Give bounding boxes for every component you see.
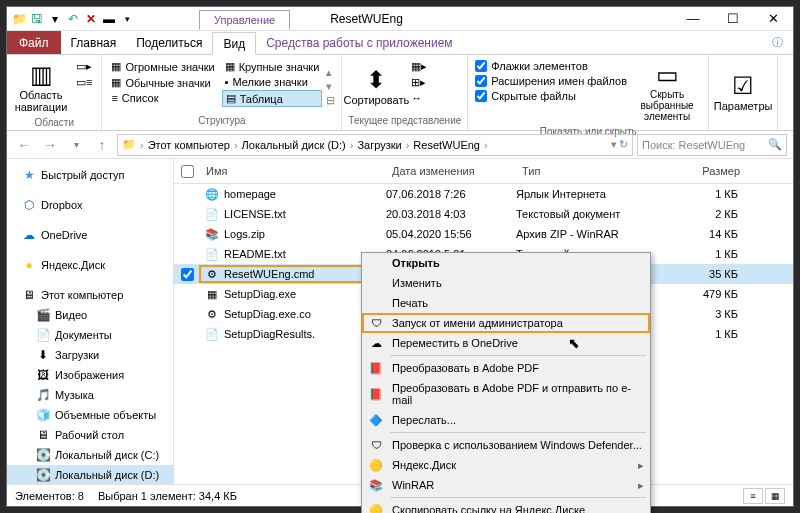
close-button[interactable]: ✕ — [753, 7, 793, 31]
scroll-down-icon[interactable]: ▾ — [326, 80, 335, 93]
details-view-button[interactable]: ≡ — [743, 488, 763, 504]
save-icon[interactable]: 🖫 — [29, 11, 45, 27]
col-size[interactable]: Размер — [656, 163, 746, 179]
context-menu: ОткрытьИзменитьПечать🛡Запуск от имени ад… — [361, 252, 651, 513]
search-box[interactable]: Поиск: ResetWUEng 🔍 — [637, 134, 787, 156]
file-row[interactable]: 📚Logs.zip05.04.2020 15:56Архив ZIP - Win… — [174, 224, 793, 244]
address-bar[interactable]: 📁 › Этот компьютер › Локальный диск (D:)… — [117, 134, 633, 156]
ctx-item[interactable]: Печать — [362, 293, 650, 313]
file-ext-checkbox[interactable]: Расширения имен файлов — [474, 74, 628, 88]
status-count: Элементов: 8 — [15, 490, 84, 502]
ctx-item[interactable]: 📚WinRAR▸ — [362, 475, 650, 495]
sidebar-onedrive[interactable]: ☁OneDrive — [7, 225, 173, 245]
crumb-disk[interactable]: Локальный диск (D:) — [242, 139, 346, 151]
expand-icon[interactable]: ⊟ — [326, 94, 335, 107]
preview-pane-button[interactable]: ▭▸ — [73, 59, 95, 74]
hidden-files-checkbox[interactable]: Скрытые файлы — [474, 89, 628, 103]
history-dropdown[interactable]: ▾ — [65, 134, 87, 156]
undo-icon[interactable]: ↶ — [65, 11, 81, 27]
huge-icons-option[interactable]: ▦Огромные значки — [108, 59, 217, 74]
file-icon: 📄 — [204, 246, 220, 262]
sidebar-documents[interactable]: 📄Документы — [7, 325, 173, 345]
ctx-item-label: Яндекс.Диск — [392, 459, 456, 471]
ctx-item[interactable]: 🟡Яндекс.Диск▸ — [362, 455, 650, 475]
sort-button[interactable]: ⬍ Сортировать — [348, 59, 404, 113]
sidebar-pictures[interactable]: 🖼Изображения — [7, 365, 173, 385]
small-icons-option[interactable]: ▪Мелкие значки — [222, 75, 323, 89]
sidebar-this-pc[interactable]: 🖥Этот компьютер — [7, 285, 173, 305]
management-tab[interactable]: Управление — [199, 10, 290, 30]
col-name[interactable]: Имя — [200, 163, 386, 179]
file-name: README.txt — [224, 248, 286, 260]
column-headers: Имя Дата изменения Тип Размер — [174, 159, 793, 184]
nav-panel-button[interactable]: ▥ Область навигации — [13, 59, 69, 115]
options-button[interactable]: ☑ Параметры — [715, 59, 771, 124]
sidebar-desktop[interactable]: 🖥Рабочий стол — [7, 425, 173, 445]
sidebar-music[interactable]: 🎵Музыка — [7, 385, 173, 405]
file-checkbox[interactable] — [181, 268, 194, 281]
group-by-button[interactable]: ▦▸ — [408, 59, 430, 74]
item-flags-checkbox[interactable]: Флажки элементов — [474, 59, 628, 73]
ctx-item[interactable]: 🛡Запуск от имени администратора — [362, 313, 650, 333]
sidebar-3d-objects[interactable]: 🧊Объемные объекты — [7, 405, 173, 425]
ctx-item[interactable]: 🟡Скопировать ссылку на Яндекс.Диске — [362, 500, 650, 513]
ctx-item-label: Преобразовать в Adobe PDF — [392, 362, 539, 374]
dropdown-icon[interactable]: ▾ — [119, 11, 135, 27]
sidebar-disk-c[interactable]: 💽Локальный диск (C:) — [7, 445, 173, 465]
ctx-item[interactable]: 🛡Проверка с использованием Windows Defen… — [362, 435, 650, 455]
icons-view-button[interactable]: ▦ — [765, 488, 785, 504]
ctx-item[interactable]: 📕Преобразовать в Adobe PDF — [362, 358, 650, 378]
ctx-item[interactable]: 📕Преобразовать в Adobe PDF и отправить п… — [362, 378, 650, 410]
up-button[interactable]: ↑ — [91, 134, 113, 156]
sidebar-disk-d[interactable]: 💽Локальный диск (D:) — [7, 465, 173, 484]
maximize-button[interactable]: ☐ — [713, 7, 753, 31]
cursor-icon: ⬉ — [568, 335, 580, 351]
file-row[interactable]: 📄LICENSE.txt20.03.2018 4:03Текстовый док… — [174, 204, 793, 224]
select-all-checkbox[interactable] — [181, 165, 194, 178]
sidebar-dropbox[interactable]: ⬡Dropbox — [7, 195, 173, 215]
file-icon: 📚 — [204, 226, 220, 242]
file-tab[interactable]: Файл — [7, 31, 61, 54]
sidebar: ★Быстрый доступ ⬡Dropbox ☁OneDrive ●Янде… — [7, 159, 174, 484]
size-columns-button[interactable]: ↔ — [408, 91, 430, 105]
scroll-up-icon[interactable]: ▴ — [326, 66, 335, 79]
crumb-folder[interactable]: ResetWUEng — [413, 139, 480, 151]
empty-group-label — [715, 124, 771, 126]
folder-icon[interactable]: 📁 — [11, 11, 27, 27]
regular-icons-option[interactable]: ▦Обычные значки — [108, 75, 217, 90]
list-option[interactable]: ≡Список — [108, 91, 217, 105]
close-red-icon[interactable]: ✕ — [83, 11, 99, 27]
hide-selected-button[interactable]: ▭ Скрыть выбранные элементы — [632, 59, 702, 124]
caret-down-icon[interactable]: ▾ — [47, 11, 63, 27]
refresh-button[interactable]: ↻ — [619, 138, 628, 151]
col-type[interactable]: Тип — [516, 163, 656, 179]
folder-icon: 📁 — [122, 138, 136, 151]
col-date[interactable]: Дата изменения — [386, 163, 516, 179]
sidebar-videos[interactable]: 🎬Видео — [7, 305, 173, 325]
ctx-item[interactable]: 🔷Переслать... — [362, 410, 650, 430]
address-dropdown[interactable]: ▾ — [611, 138, 617, 151]
crumb-downloads[interactable]: Загрузки — [357, 139, 401, 151]
share-tab[interactable]: Поделиться — [126, 31, 212, 54]
minimize-quick-icon[interactable]: ▬ — [101, 11, 117, 27]
help-icon[interactable]: ⓘ — [762, 31, 793, 54]
add-columns-button[interactable]: ⊞▸ — [408, 75, 430, 90]
crumb-this-pc[interactable]: Этот компьютер — [148, 139, 230, 151]
app-tools-tab[interactable]: Средства работы с приложением — [256, 31, 462, 54]
large-icons-option[interactable]: ▦Крупные значки — [222, 59, 323, 74]
minimize-button[interactable]: — — [673, 7, 713, 31]
sidebar-quick-access[interactable]: ★Быстрый доступ — [7, 165, 173, 185]
file-date: 20.03.2018 4:03 — [386, 208, 516, 220]
file-row[interactable]: 🌐homepage07.06.2018 7:26Ярлык Интернета1… — [174, 184, 793, 204]
ctx-item[interactable]: ☁Переместить в OneDrive — [362, 333, 650, 353]
back-button[interactable]: ← — [13, 134, 35, 156]
ctx-item[interactable]: Открыть — [362, 253, 650, 273]
sidebar-yandex[interactable]: ●Яндекс.Диск — [7, 255, 173, 275]
forward-button[interactable]: → — [39, 134, 61, 156]
ctx-item[interactable]: Изменить — [362, 273, 650, 293]
details-pane-button[interactable]: ▭≡ — [73, 75, 95, 90]
table-option[interactable]: ▤Таблица — [222, 90, 323, 107]
home-tab[interactable]: Главная — [61, 31, 127, 54]
view-tab[interactable]: Вид — [212, 32, 256, 55]
sidebar-downloads[interactable]: ⬇Загрузки — [7, 345, 173, 365]
